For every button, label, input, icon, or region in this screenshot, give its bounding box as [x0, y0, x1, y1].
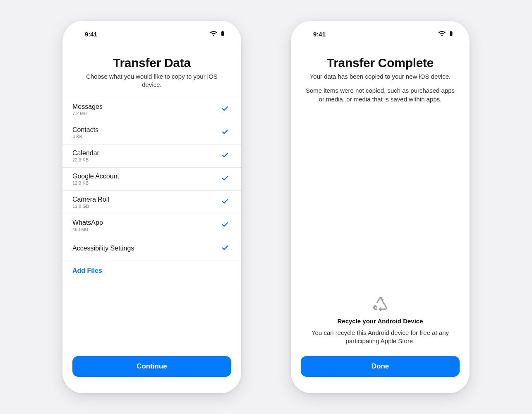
item-label: WhatsApp [72, 219, 103, 226]
page-subtitle: Your data has been copied to your new iO… [303, 72, 457, 81]
item-size: 11.8 GB [72, 204, 109, 209]
phone-screen-transfer-complete: 9:41 Transfer Complete Your data has bee… [291, 21, 470, 393]
page-subtitle: Choose what you would like to copy to yo… [75, 72, 229, 89]
svg-rect-2 [450, 31, 452, 36]
header: Transfer Complete Your data has been cop… [291, 42, 470, 112]
footer: Done [291, 349, 470, 393]
page-title: Transfer Complete [303, 56, 457, 70]
item-size: 22.3 KB [72, 157, 99, 162]
item-label: Camera Roll [72, 196, 109, 203]
header: Transfer Data Choose what you would like… [62, 42, 241, 98]
check-icon [221, 128, 229, 137]
continue-button[interactable]: Continue [72, 356, 231, 377]
item-label: Google Account [72, 173, 119, 180]
check-icon [221, 197, 229, 207]
wifi-icon [439, 31, 446, 38]
status-bar: 9:41 [291, 21, 470, 42]
list-item[interactable]: Accessibility Settings [62, 237, 241, 260]
transfer-items-list: Messages 7.2 MB Contacts 4 KB Calendar 2… [62, 98, 241, 282]
svg-rect-3 [451, 31, 451, 31]
status-time: 9:41 [85, 31, 97, 38]
status-time: 9:41 [313, 31, 326, 38]
page-title: Transfer Data [75, 56, 229, 70]
recycle-info: Recycle your Android Device You can recy… [291, 296, 470, 350]
item-size: 4 KB [72, 134, 98, 139]
phone-screen-transfer-data: 9:41 Transfer Data Choose what you would… [62, 21, 241, 393]
wifi-icon [210, 31, 217, 38]
battery-icon [448, 31, 454, 38]
check-icon [221, 244, 229, 253]
list-item[interactable]: WhatsApp 463 MB [62, 214, 241, 237]
list-item[interactable]: Camera Roll 11.8 GB [62, 191, 241, 214]
item-size: 463 MB [72, 227, 103, 232]
svg-rect-1 [222, 31, 223, 31]
check-icon [221, 105, 229, 114]
item-size: 12.3 KB [72, 181, 119, 185]
status-bar: 9:41 [62, 21, 241, 42]
status-indicators [439, 31, 454, 38]
list-item[interactable]: Contacts 4 KB [62, 121, 241, 144]
add-files-button[interactable]: Add Files [62, 260, 241, 282]
list-item[interactable]: Messages 7.2 MB [62, 98, 241, 121]
item-label: Accessibility Settings [72, 245, 134, 252]
status-indicators [210, 31, 225, 38]
list-item[interactable]: Google Account 12.3 KB [62, 168, 241, 191]
page-subtitle-secondary: Some items were not copied, such as purc… [303, 87, 457, 104]
recycle-title: Recycle your Android Device [302, 318, 458, 325]
svg-rect-0 [221, 31, 224, 36]
item-label: Messages [72, 103, 103, 111]
check-icon [221, 174, 229, 183]
item-label: Calendar [72, 149, 99, 157]
footer: Continue [62, 349, 241, 393]
list-item[interactable]: Calendar 22.3 KB [62, 144, 241, 168]
done-button[interactable]: Done [301, 356, 460, 377]
battery-icon [220, 31, 225, 38]
recycle-icon [372, 296, 388, 314]
check-icon [221, 221, 229, 230]
item-label: Contacts [72, 126, 98, 134]
item-size: 7.2 MB [72, 111, 103, 116]
check-icon [221, 151, 229, 160]
recycle-text: You can recycle this Android device for … [302, 329, 458, 346]
